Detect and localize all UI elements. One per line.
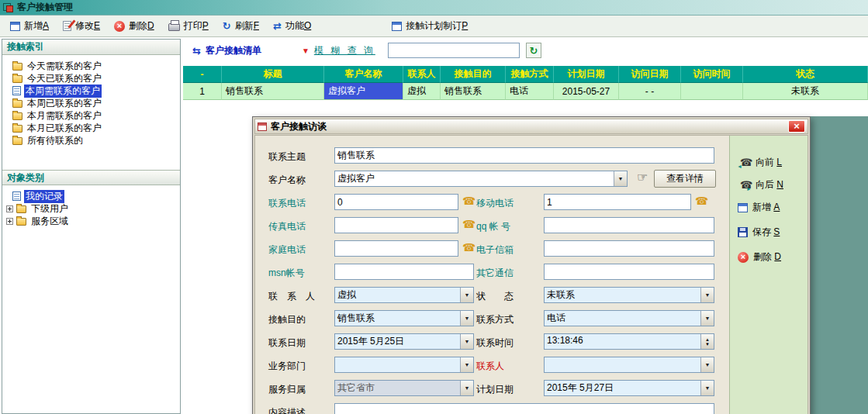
delete-button[interactable]: 删除D [107, 16, 161, 36]
service-area-combobox: 其它省市 [334, 380, 474, 396]
edit-icon [63, 21, 71, 31]
spinner-arrows-icon[interactable] [700, 334, 714, 349]
status-combobox[interactable]: 未联系 [544, 287, 714, 303]
folder-icon [16, 205, 26, 213]
plan-date-picker[interactable]: 2015年 5月27日 [544, 380, 714, 396]
sidebar-item-all-pending[interactable]: 所有待联系的 [2, 134, 180, 147]
msn-label: msn帐号 [268, 267, 305, 280]
chevron-down-icon[interactable] [460, 311, 473, 326]
col-header-visit-date[interactable]: 访问日期 [619, 66, 681, 83]
refresh-button[interactable]: 刷新F [216, 16, 266, 36]
edit-button[interactable]: 修改E [56, 16, 107, 36]
sidebar-item-month-need[interactable]: 本月需联系的客户 [2, 109, 180, 122]
sidebar-item-week-done[interactable]: 本周已联系的客户 [2, 97, 180, 109]
home-phone-input[interactable] [334, 240, 458, 257]
description-textarea[interactable] [334, 403, 714, 414]
department-combobox[interactable] [334, 357, 474, 373]
contact-list-link[interactable]: 客户接触清单 [192, 44, 261, 57]
col-header-index[interactable]: - [183, 66, 222, 83]
nav-save-button[interactable]: 保存 S [738, 221, 807, 243]
chevron-down-icon[interactable] [700, 288, 714, 302]
email-input[interactable] [544, 240, 714, 257]
sidebar-item-service-area[interactable]: 服务区域 [2, 215, 180, 227]
col-header-method[interactable]: 接触方式 [506, 66, 554, 83]
nav-next-button[interactable]: 向后 N [738, 174, 807, 196]
cell-status[interactable]: 未联系 [743, 83, 868, 100]
cell-purpose[interactable]: 销售联系 [441, 83, 506, 100]
fax-input[interactable] [334, 217, 458, 233]
print-button[interactable]: 打印P [161, 16, 216, 36]
col-header-purpose[interactable]: 接触目的 [441, 66, 506, 83]
subject-input[interactable] [334, 147, 714, 164]
col-header-customer[interactable]: 客户名称 [324, 66, 403, 83]
dialog-nav-panel: 向前 L 向后 N 新增 A 保存 S 删除 D [729, 136, 807, 414]
mobile-input[interactable] [544, 194, 691, 210]
fuzzy-query-link[interactable]: 模 糊 查 询 [302, 44, 375, 57]
query-refresh-button[interactable] [526, 43, 541, 58]
col-header-visit-time[interactable]: 访问时间 [681, 66, 743, 83]
cell-row-number[interactable]: 1 [183, 83, 222, 100]
sidebar-item-month-done[interactable]: 本月已联系的客户 [2, 122, 180, 134]
cell-title[interactable]: 销售联系 [222, 83, 324, 100]
chevron-down-icon[interactable] [700, 311, 714, 326]
function-button[interactable]: 功能O [266, 16, 318, 36]
cell-customer-selected[interactable]: 虚拟客户 [324, 83, 403, 100]
app-window: 客户接触管理 新增A 修改E 删除D 打印P 刷新F 功能O 接触计 [0, 0, 868, 414]
col-header-status[interactable]: 状态 [743, 66, 868, 83]
folder-icon [12, 125, 22, 133]
nav-delete-button[interactable]: 删除 D [738, 246, 807, 268]
chevron-down-icon[interactable] [460, 288, 473, 302]
sidebar-item-today-need[interactable]: 今天需联系的客户 [2, 60, 180, 72]
tree-item-label: 本周需联系的客户 [24, 85, 102, 98]
msn-input[interactable] [334, 264, 474, 280]
qq-input[interactable] [544, 217, 714, 233]
new-button[interactable]: 新增A [3, 16, 56, 36]
nav-prev-button[interactable]: 向前 L [738, 151, 807, 174]
purpose-combobox[interactable]: 销售联系 [334, 310, 474, 326]
cell-method[interactable]: 电话 [506, 83, 554, 100]
nav-save-label: 保存 S [752, 226, 780, 239]
contact-list-icon [192, 45, 201, 57]
chevron-down-icon[interactable] [700, 381, 714, 395]
expand-plus-icon[interactable] [6, 205, 13, 212]
sidebar-item-week-need[interactable]: 本周需联系的客户 [2, 85, 180, 97]
fuzzy-query-input[interactable] [388, 43, 520, 58]
col-header-plan-date[interactable]: 计划日期 [554, 66, 619, 83]
other-im-input[interactable] [544, 264, 714, 280]
cell-plan-date[interactable]: 2015-05-27 [554, 83, 619, 100]
cell-visit-time[interactable] [681, 83, 743, 100]
cell-contact[interactable]: 虚拟 [403, 83, 441, 100]
sidebar-item-my-records[interactable]: 我的记录 [2, 190, 180, 202]
sidebar-item-today-done[interactable]: 今天已联系的客户 [2, 72, 180, 85]
chevron-down-icon[interactable] [614, 171, 627, 186]
view-detail-button[interactable]: 查看详情 [654, 170, 716, 188]
customer-combobox[interactable]: 虚拟客户 [334, 171, 628, 187]
phone-back-icon [738, 157, 751, 168]
close-icon[interactable] [788, 120, 805, 133]
phone-input[interactable] [334, 194, 458, 210]
cell-visit-date[interactable]: - - [619, 83, 681, 100]
contact-person-combobox[interactable]: 虚拟 [334, 287, 474, 303]
table-row[interactable]: 1 销售联系 虚拟客户 虚拟 销售联系 电话 2015-05-27 - - 未联… [183, 83, 868, 100]
contact-time-spinner[interactable]: 13:18:46 [544, 333, 714, 350]
sidebar-item-sub-users[interactable]: 下级用户 [2, 202, 180, 215]
method-combobox[interactable]: 电话 [544, 310, 714, 326]
contact-plan-button[interactable]: 接触计划制订P [385, 16, 475, 36]
chevron-down-icon[interactable] [460, 357, 473, 372]
contact-person-label: 联 系 人 [268, 290, 315, 303]
col-header-contact[interactable]: 联系人 [403, 66, 441, 83]
contact-person-value: 虚拟 [335, 288, 460, 302]
chevron-down-icon[interactable] [700, 357, 714, 372]
record-icon [12, 86, 21, 95]
chevron-down-icon[interactable] [460, 334, 473, 349]
form-row-fax-qq: 传真电话 qq 帐 号 [255, 215, 729, 238]
nav-new-button[interactable]: 新增 A [738, 196, 807, 219]
folder-icon [12, 75, 22, 83]
col-header-title[interactable]: 标题 [222, 66, 324, 83]
function-label: 功能O [285, 19, 311, 33]
dialog-titlebar[interactable]: 客户接触访谈 [254, 119, 808, 134]
expand-plus-icon[interactable] [6, 218, 13, 225]
pointing-hand-icon[interactable] [637, 170, 651, 184]
contact-date-picker[interactable]: 2015年 5月25日 [334, 333, 474, 350]
contact-person2-combobox[interactable] [544, 357, 714, 373]
